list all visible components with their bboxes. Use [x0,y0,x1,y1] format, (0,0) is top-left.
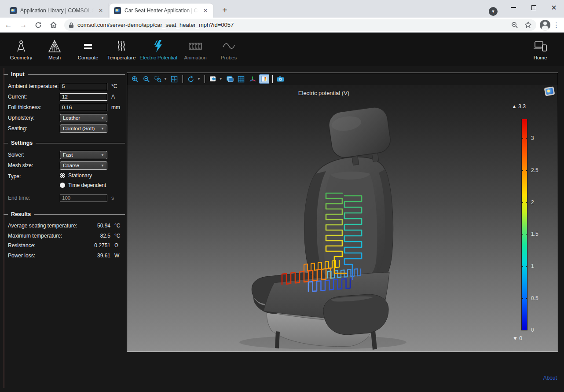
radio-selected-icon[interactable] [60,173,65,178]
seating-dropdown[interactable]: Comfort (Soft) ▼ [60,125,107,133]
maximize-button[interactable] [524,0,544,15]
field-solver: Solver: Fast ▼ [8,150,125,160]
ambient-temperature-input[interactable] [60,83,107,90]
result-resistance: Resistance: 0.2751 Ω [8,241,125,251]
colorbar-tick-label: 2.5 [531,167,538,173]
section-header-results: Results [8,211,125,217]
temperature-icon [114,38,128,53]
rotate-dropdown-icon[interactable]: ▼ [197,77,201,81]
bookmark-star-icon[interactable] [524,21,532,29]
scene-light-icon[interactable] [208,74,218,84]
field-seating: Seating: Comfort (Soft) ▼ [8,123,125,134]
plot-canvas[interactable]: Electric potential (V) [127,85,558,352]
grid-icon[interactable] [236,74,246,84]
chevron-down-icon: ▼ [101,164,104,168]
radio-stationary[interactable]: Stationary [60,171,125,180]
tab-title: Application Library | COMSOL Se [20,7,94,14]
minimize-button[interactable] [503,0,524,15]
devices-icon [532,38,548,53]
tab-car-seat-heater[interactable]: Car Seat Heater Application | CO [110,4,213,18]
section-title: Results [11,211,31,217]
zoom-out-icon[interactable] [141,74,151,84]
ribbon-mesh-button[interactable]: Mesh [38,34,71,64]
upholstery-dropdown[interactable]: Leather ▼ [60,114,107,122]
url-text[interactable]: comsol.com/server-demo/app/car_seat_heat… [77,22,511,28]
section-title: Input [11,71,25,77]
car-seat-3d-model[interactable] [127,85,558,352]
browser-menu-icon[interactable]: ⋮ [553,21,560,29]
ribbon-compute-button[interactable]: Compute [71,34,105,64]
ribbon-home-button[interactable]: Home [524,34,557,64]
browser-window: Application Library | COMSOL Se Car Seat… [0,0,564,392]
color-legend-icon[interactable] [259,74,269,84]
snapshot-icon[interactable] [276,74,286,84]
tab-strip: Application Library | COMSOL Se Car Seat… [0,0,564,18]
axes-icon[interactable] [248,74,258,84]
toolbar-separator [183,75,183,83]
field-upholstery: Upholstery: Leather ▼ [8,113,125,123]
reload-icon[interactable] [32,19,45,31]
comsol-favicon [114,7,121,14]
colorbar-tick-label: 3 [531,135,534,141]
end-time-input [60,194,107,202]
graphics-window: ▼ ▼ ▼ [127,73,558,352]
result-average-seating-temperature: Average seating temperature: 50.94 °C [8,221,125,231]
probes-icon [221,38,236,53]
seat-backrest [304,157,393,288]
toolbar-separator [272,75,273,83]
zoom-box-dropdown-icon[interactable]: ▼ [164,77,167,81]
forward-icon[interactable]: → [17,19,30,31]
colorbar-max-marker: ▲ 3.3 [512,103,526,110]
home-icon[interactable] [47,19,60,31]
scene-light-dropdown-icon[interactable]: ▼ [219,77,223,81]
electric-potential-icon [151,38,165,53]
zoom-box-icon[interactable] [153,74,163,84]
mesh-size-dropdown[interactable]: Coarse ▼ [60,161,107,170]
profile-avatar[interactable] [540,20,550,30]
result-maximum-temperature: Maximum temperature: 82.5 °C [8,231,125,241]
result-power-loss: Power loss: 39.61 W [8,251,125,261]
tab-close-icon[interactable] [97,7,104,14]
close-button[interactable]: ✕ [544,0,564,15]
field-current: Current: A [8,92,125,102]
transparency-icon[interactable] [225,74,235,84]
current-input[interactable] [60,93,107,101]
chevron-down-icon: ▼ [101,153,104,157]
section-title: Settings [11,140,33,146]
app-ribbon: Geometry Mesh Compute Temperature [0,33,564,66]
ribbon-electric-potential-button[interactable]: Electric Potential [138,34,179,64]
tab-application-library[interactable]: Application Library | COMSOL Se [5,4,109,18]
rotate-icon[interactable] [186,74,196,84]
colorbar-tick-label: 0.5 [531,295,538,301]
back-icon[interactable]: ← [2,19,15,31]
ribbon-temperature-button[interactable]: Temperature [105,34,138,64]
colorbar-tick-label: 2 [531,199,534,205]
foil-thickness-input[interactable] [60,104,107,111]
field-end-time: End time: s [8,193,125,203]
new-tab-button[interactable]: + [219,4,231,17]
field-ambient-temperature: Ambient temperature: °C [8,81,125,92]
address-bar[interactable]: comsol.com/server-demo/app/car_seat_heat… [64,19,536,31]
about-link[interactable]: About [543,375,557,381]
solver-dropdown[interactable]: Fast ▼ [60,151,107,159]
section-header-input: Input [8,71,125,77]
ribbon-geometry-button[interactable]: Geometry [4,34,38,64]
tab-title: Car Seat Heater Application | CO [125,7,198,14]
tab-close-icon[interactable] [202,7,209,14]
toolbar-separator [205,75,205,83]
browser-update-icon[interactable]: ▼ [489,7,498,16]
radio-unselected-icon[interactable] [60,183,65,188]
ribbon-probes-button[interactable]: Probes [212,34,245,64]
chevron-down-icon: ▼ [101,116,104,120]
browser-toolbar: ← → comsol.com/server-demo/app/car_seat_… [0,18,564,33]
comsol-favicon [10,7,17,14]
chevron-down-icon: ▼ [101,127,104,131]
colorbar-min-marker: ▼ 0 [513,335,522,341]
geometry-icon [14,38,28,53]
zoom-extents-icon[interactable] [169,74,179,84]
radio-time-dependent[interactable]: Time dependent [60,180,125,190]
ribbon-animation-button[interactable]: Animation [179,34,212,64]
zoom-level-icon[interactable] [511,22,518,29]
lock-icon [69,22,74,28]
zoom-in-icon[interactable] [130,74,140,84]
